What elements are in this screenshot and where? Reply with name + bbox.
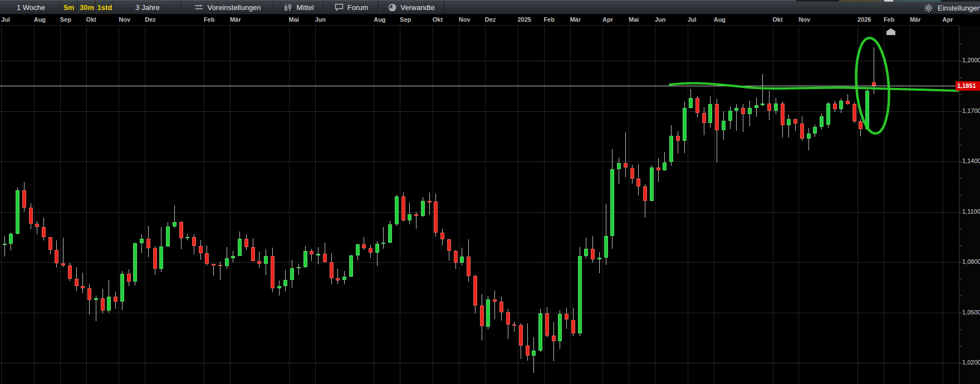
vertical-gridline — [518, 26, 518, 384]
candle-body — [545, 313, 549, 336]
candle-body — [591, 249, 595, 259]
y-axis-tick — [959, 161, 962, 162]
window-edge-fragment — [884, 0, 893, 2]
candle-body — [264, 256, 268, 264]
candle-body — [61, 263, 65, 266]
toolbar-button-timeframe-5m[interactable]: 5m — [60, 1, 78, 14]
toolbar-button-timeframe-30m[interactable]: 30m — [78, 1, 96, 14]
vertical-gridline — [688, 26, 688, 384]
vertical-gridline — [1, 26, 2, 384]
vertical-gridline — [570, 26, 571, 384]
candle-wick — [678, 131, 678, 154]
toolbar-button-verwandte[interactable]: Verwandte — [379, 1, 444, 14]
candle-body — [342, 277, 346, 280]
x-axis-label: Jun — [655, 16, 666, 23]
candle-wick — [514, 322, 514, 332]
y-axis-tick — [959, 313, 962, 313]
candle-wick — [874, 47, 874, 95]
x-axis-label: Feb — [543, 16, 555, 23]
x-axis-label: Okt — [433, 16, 443, 23]
vertical-gridline — [119, 26, 119, 384]
candle-body — [238, 239, 242, 255]
x-axis-label: Mai — [629, 16, 639, 23]
candle-body — [42, 227, 46, 237]
candlestick-chart[interactable] — [0, 26, 959, 384]
candle-wick — [318, 247, 318, 264]
x-axis-label: Nov — [798, 16, 810, 23]
candle-body — [571, 320, 575, 334]
window-edge-fragment — [796, 0, 839, 2]
toolbar-button-timeframe-1-week[interactable]: 1 Woche — [0, 1, 60, 14]
vertical-gridline — [289, 26, 290, 384]
candle-body — [467, 257, 471, 276]
y-axis-label: 1,0200 — [962, 359, 980, 366]
candle-body — [460, 257, 464, 263]
candle-body — [179, 222, 183, 238]
toolbar-button-mittel[interactable]: Mittel — [274, 1, 324, 14]
candle-body — [787, 119, 791, 125]
candle-body — [192, 237, 196, 246]
x-axis-label: 2026 — [857, 16, 871, 23]
candle-body — [140, 239, 144, 243]
toolbar-button-voreinstellungen[interactable]: Voreinstellungen — [182, 1, 274, 14]
candle-body — [499, 302, 503, 313]
candle-body — [330, 262, 334, 279]
horizontal-gridline — [0, 61, 959, 61]
toolbar-button-timeframe-1std[interactable]: 1std — [96, 1, 114, 14]
vertical-gridline — [798, 26, 799, 384]
sliders-icon — [194, 3, 203, 11]
x-axis-label: Sep — [60, 16, 71, 23]
candle-body — [68, 265, 72, 279]
candle-wick — [409, 203, 410, 224]
candle-body — [565, 314, 569, 320]
x-axis-label: Apr — [943, 16, 953, 23]
toolbar-button-label: 1 Woche — [17, 3, 45, 12]
window-edge-fragment — [899, 0, 941, 2]
y-axis-tick — [959, 178, 962, 179]
candle-body — [447, 239, 451, 251]
horizontal-gridline — [0, 262, 959, 263]
vertical-gridline — [910, 26, 910, 384]
candle-body — [774, 104, 778, 111]
horizontal-gridline — [0, 111, 959, 112]
y-axis[interactable]: 1,20001,17001,14001,11001,08001,05001,02… — [959, 26, 980, 384]
settings-button[interactable]: Einstellungen — [924, 1, 980, 15]
toolbar-button-range-3-jahre[interactable]: 3 Jahre — [114, 1, 182, 14]
y-axis-tick — [959, 296, 962, 296]
window-edge-fragment — [839, 0, 879, 2]
vertical-gridline — [629, 26, 629, 384]
candle-body — [323, 254, 327, 262]
candle-wick — [429, 193, 430, 215]
y-axis-tick — [959, 111, 962, 112]
candle-body — [440, 233, 444, 239]
vertical-gridline — [485, 26, 486, 384]
candle-wick — [383, 227, 384, 249]
candle-body — [369, 248, 373, 253]
y-axis-tick — [959, 145, 962, 145]
candle-body — [643, 186, 647, 201]
candle-body — [120, 274, 124, 302]
candle-body — [159, 247, 163, 269]
y-axis-tick — [959, 346, 962, 347]
y-axis-tick — [959, 212, 962, 213]
candle-body — [800, 124, 804, 139]
scroll-up-marker[interactable] — [886, 28, 895, 35]
y-axis-label: 1,1400 — [962, 157, 980, 164]
candle-body — [865, 91, 869, 129]
candle-body — [173, 222, 177, 227]
toolbar-button-forum[interactable]: Forum — [324, 1, 379, 14]
vertical-gridline — [773, 26, 773, 384]
candle-wick — [82, 273, 83, 293]
y-axis-label: 1,1700 — [962, 107, 980, 114]
y-axis-tick — [959, 128, 962, 129]
x-axis-label: Jul — [688, 16, 697, 23]
candle-body — [153, 248, 157, 269]
candle-body — [689, 98, 693, 108]
candle-body — [381, 243, 385, 244]
x-axis-label: Mär — [910, 16, 921, 23]
candle-body — [146, 239, 150, 249]
candle-body — [722, 121, 726, 130]
x-axis-label: Mär — [230, 16, 241, 23]
x-axis[interactable]: JulAugSepOktNovDezFebMärMaiJunAugSepOktN… — [0, 14, 959, 26]
vertical-gridline — [145, 26, 145, 384]
